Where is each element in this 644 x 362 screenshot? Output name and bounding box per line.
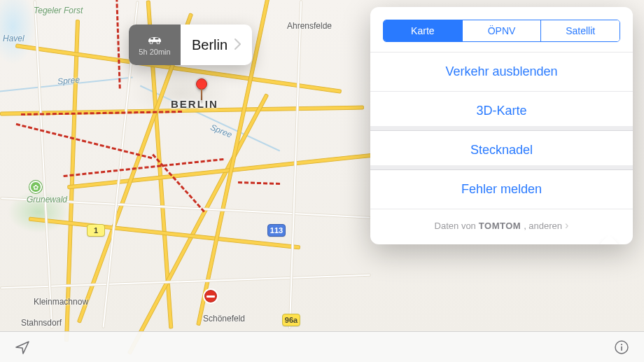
no-entry-icon	[203, 288, 218, 304]
traffic	[115, 0, 121, 89]
chevron-right-icon	[234, 37, 241, 53]
river-label: Spree	[209, 123, 234, 140]
road-shield: 1	[87, 224, 105, 237]
credits-post: , anderen	[524, 221, 562, 231]
drop-pin-button[interactable]: Stecknadel	[370, 130, 633, 169]
road	[0, 274, 371, 289]
river-label: Havel	[3, 34, 24, 43]
pin-title: Berlin	[192, 37, 227, 53]
data-credits[interactable]: Daten von TOMTOM , anderen ›	[370, 209, 633, 244]
toggle-3d-button[interactable]: 3D-Karte	[370, 91, 633, 130]
bottom-toolbar	[0, 331, 644, 362]
place-label: Tegeler Forst	[34, 6, 83, 15]
report-problem-button[interactable]: Fehler melden	[370, 169, 633, 209]
map-type-segmented: Karte ÖPNV Satellit	[383, 20, 620, 42]
segment-transit[interactable]: ÖPNV	[462, 20, 541, 41]
map-pin[interactable]	[196, 78, 207, 90]
pin-callout[interactable]: 5h 20min Berlin	[129, 25, 252, 65]
city-label: BERLIN	[171, 98, 218, 110]
place-label: Grunewald	[27, 195, 67, 204]
toggle-traffic-button[interactable]: Verkehr ausblenden	[370, 52, 633, 91]
tomtom-logo: TOMTOM	[479, 221, 521, 231]
road-shield: 113	[267, 224, 286, 237]
segment-map[interactable]: Karte	[384, 20, 462, 41]
car-icon	[146, 34, 163, 47]
river-label: Spree	[57, 75, 80, 87]
svg-rect-2	[150, 38, 153, 40]
svg-rect-6	[621, 346, 622, 351]
map-settings-popover: Karte ÖPNV Satellit Verkehr ausblenden 3…	[370, 7, 633, 244]
park-icon: ✿	[29, 181, 42, 193]
place-label: Stahnsdorf	[21, 318, 62, 328]
locate-me-button[interactable]	[13, 337, 32, 357]
svg-point-0	[150, 41, 153, 44]
credits-pre: Daten von	[435, 221, 476, 231]
place-label: Ahrensfelde	[287, 21, 332, 31]
segment-satellite[interactable]: Satellit	[540, 20, 620, 41]
eta-label: 5h 20min	[139, 48, 170, 56]
chevron-right-icon: ›	[565, 219, 568, 232]
svg-point-5	[621, 343, 622, 344]
road-shield: 96a	[282, 314, 300, 326]
svg-rect-3	[155, 38, 159, 40]
traffic	[238, 181, 280, 185]
directions-button[interactable]: 5h 20min	[129, 25, 181, 65]
traffic	[16, 123, 153, 159]
svg-point-1	[157, 41, 160, 44]
place-label: Kleinmachnow	[34, 297, 88, 307]
road	[64, 20, 80, 342]
info-button[interactable]	[612, 337, 631, 357]
place-label: Schönefeld	[203, 314, 245, 323]
